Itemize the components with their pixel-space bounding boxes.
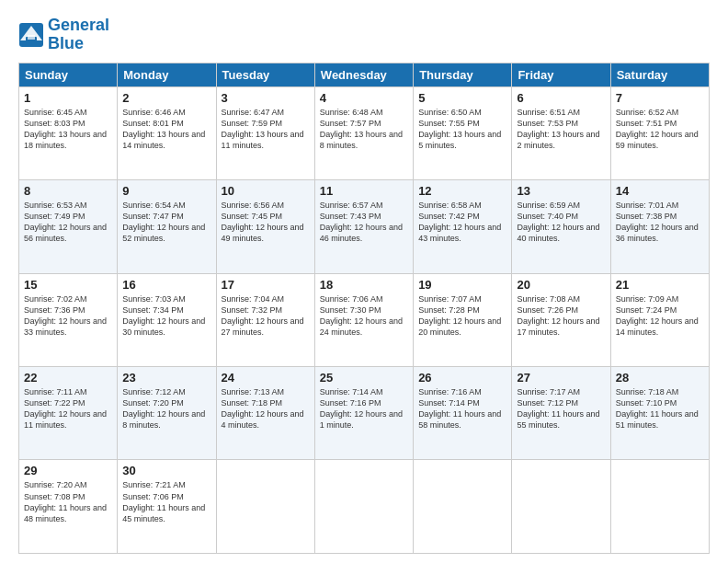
calendar-cell xyxy=(512,460,610,554)
calendar-cell: 22 Sunrise: 7:11 AM Sunset: 7:22 PM Dayl… xyxy=(19,367,118,460)
calendar-cell: 13 Sunrise: 6:59 AM Sunset: 7:40 PM Dayl… xyxy=(512,180,610,273)
calendar-cell: 16 Sunrise: 7:03 AM Sunset: 7:34 PM Dayl… xyxy=(118,273,216,366)
cell-content: Sunrise: 6:46 AM Sunset: 8:01 PM Dayligh… xyxy=(122,107,210,152)
cell-content: Sunrise: 6:59 AM Sunset: 7:40 PM Dayligh… xyxy=(517,200,605,245)
day-number: 28 xyxy=(616,371,704,385)
day-number: 25 xyxy=(320,371,408,385)
calendar-row-4: 22 Sunrise: 7:11 AM Sunset: 7:22 PM Dayl… xyxy=(19,367,710,460)
header-cell-sunday: Sunday xyxy=(19,63,118,86)
calendar-cell: 24 Sunrise: 7:13 AM Sunset: 7:18 PM Dayl… xyxy=(216,367,314,460)
calendar-cell xyxy=(414,460,512,554)
cell-content: Sunrise: 6:52 AM Sunset: 7:51 PM Dayligh… xyxy=(616,107,704,152)
cell-content: Sunrise: 7:16 AM Sunset: 7:14 PM Dayligh… xyxy=(418,386,506,431)
calendar-cell: 30 Sunrise: 7:21 AM Sunset: 7:06 PM Dayl… xyxy=(118,460,216,554)
calendar-row-5: 29 Sunrise: 7:20 AM Sunset: 7:08 PM Dayl… xyxy=(19,460,710,554)
day-number: 21 xyxy=(616,278,704,292)
calendar-cell: 4 Sunrise: 6:48 AM Sunset: 7:57 PM Dayli… xyxy=(314,86,413,179)
calendar-cell: 12 Sunrise: 6:58 AM Sunset: 7:42 PM Dayl… xyxy=(414,180,512,273)
cell-content: Sunrise: 7:12 AM Sunset: 7:20 PM Dayligh… xyxy=(122,386,210,431)
calendar-header-row: SundayMondayTuesdayWednesdayThursdayFrid… xyxy=(19,63,710,86)
cell-content: Sunrise: 7:18 AM Sunset: 7:10 PM Dayligh… xyxy=(616,386,704,431)
day-number: 27 xyxy=(517,371,605,385)
header-cell-monday: Monday xyxy=(118,63,216,86)
cell-content: Sunrise: 6:56 AM Sunset: 7:45 PM Dayligh… xyxy=(222,200,310,245)
calendar-cell: 29 Sunrise: 7:20 AM Sunset: 7:08 PM Dayl… xyxy=(19,460,118,554)
cell-content: Sunrise: 7:08 AM Sunset: 7:26 PM Dayligh… xyxy=(517,293,605,339)
day-number: 12 xyxy=(418,184,506,198)
calendar-cell xyxy=(216,460,314,554)
day-number: 6 xyxy=(517,91,605,105)
calendar-cell: 7 Sunrise: 6:52 AM Sunset: 7:51 PM Dayli… xyxy=(610,86,709,179)
calendar-cell: 5 Sunrise: 6:50 AM Sunset: 7:55 PM Dayli… xyxy=(414,86,512,179)
calendar-cell: 3 Sunrise: 6:47 AM Sunset: 7:59 PM Dayli… xyxy=(216,86,314,179)
cell-content: Sunrise: 6:57 AM Sunset: 7:43 PM Dayligh… xyxy=(320,200,408,245)
header-cell-tuesday: Tuesday xyxy=(216,63,314,86)
header-cell-thursday: Thursday xyxy=(414,63,512,86)
calendar-cell: 27 Sunrise: 7:17 AM Sunset: 7:12 PM Dayl… xyxy=(512,367,610,460)
calendar-table: SundayMondayTuesdayWednesdayThursdayFrid… xyxy=(18,63,710,554)
day-number: 5 xyxy=(418,91,506,105)
calendar-row-1: 1 Sunrise: 6:45 AM Sunset: 8:03 PM Dayli… xyxy=(19,86,710,179)
cell-content: Sunrise: 7:14 AM Sunset: 7:16 PM Dayligh… xyxy=(320,386,408,431)
day-number: 23 xyxy=(122,371,210,385)
day-number: 3 xyxy=(222,91,310,105)
day-number: 20 xyxy=(517,278,605,292)
cell-content: Sunrise: 6:48 AM Sunset: 7:57 PM Dayligh… xyxy=(320,107,408,152)
day-number: 11 xyxy=(320,184,408,198)
svg-rect-3 xyxy=(28,35,35,40)
cell-content: Sunrise: 7:02 AM Sunset: 7:36 PM Dayligh… xyxy=(24,293,112,339)
cell-content: Sunrise: 7:06 AM Sunset: 7:30 PM Dayligh… xyxy=(320,293,408,339)
cell-content: Sunrise: 6:53 AM Sunset: 7:49 PM Dayligh… xyxy=(24,200,112,245)
calendar-cell: 21 Sunrise: 7:09 AM Sunset: 7:24 PM Dayl… xyxy=(610,273,709,366)
cell-content: Sunrise: 6:47 AM Sunset: 7:59 PM Dayligh… xyxy=(222,107,310,152)
calendar-cell: 15 Sunrise: 7:02 AM Sunset: 7:36 PM Dayl… xyxy=(19,273,118,366)
day-number: 18 xyxy=(320,278,408,292)
calendar-cell: 11 Sunrise: 6:57 AM Sunset: 7:43 PM Dayl… xyxy=(314,180,413,273)
calendar-cell: 8 Sunrise: 6:53 AM Sunset: 7:49 PM Dayli… xyxy=(19,180,118,273)
day-number: 24 xyxy=(222,371,310,385)
day-number: 8 xyxy=(24,184,112,198)
calendar-cell: 28 Sunrise: 7:18 AM Sunset: 7:10 PM Dayl… xyxy=(610,367,709,460)
day-number: 9 xyxy=(122,184,210,198)
day-number: 22 xyxy=(24,371,112,385)
logo-icon xyxy=(18,22,44,48)
logo: General Blue xyxy=(18,17,109,53)
cell-content: Sunrise: 7:01 AM Sunset: 7:38 PM Dayligh… xyxy=(616,200,704,245)
day-number: 15 xyxy=(24,278,112,292)
cell-content: Sunrise: 7:11 AM Sunset: 7:22 PM Dayligh… xyxy=(24,386,112,431)
day-number: 1 xyxy=(24,91,112,105)
day-number: 17 xyxy=(222,278,310,292)
day-number: 2 xyxy=(122,91,210,105)
calendar-cell: 6 Sunrise: 6:51 AM Sunset: 7:53 PM Dayli… xyxy=(512,86,610,179)
header-cell-friday: Friday xyxy=(512,63,610,86)
day-number: 29 xyxy=(24,464,112,477)
cell-content: Sunrise: 7:04 AM Sunset: 7:32 PM Dayligh… xyxy=(222,293,310,339)
calendar-cell: 20 Sunrise: 7:08 AM Sunset: 7:26 PM Dayl… xyxy=(512,273,610,366)
day-number: 10 xyxy=(222,184,310,198)
calendar-cell xyxy=(610,460,709,554)
cell-content: Sunrise: 6:51 AM Sunset: 7:53 PM Dayligh… xyxy=(517,107,605,152)
calendar-cell: 18 Sunrise: 7:06 AM Sunset: 7:30 PM Dayl… xyxy=(314,273,413,366)
calendar-cell: 14 Sunrise: 7:01 AM Sunset: 7:38 PM Dayl… xyxy=(610,180,709,273)
cell-content: Sunrise: 7:20 AM Sunset: 7:08 PM Dayligh… xyxy=(24,479,112,524)
calendar-cell: 9 Sunrise: 6:54 AM Sunset: 7:47 PM Dayli… xyxy=(118,180,216,273)
calendar-cell xyxy=(314,460,413,554)
header-cell-wednesday: Wednesday xyxy=(314,63,413,86)
cell-content: Sunrise: 6:45 AM Sunset: 8:03 PM Dayligh… xyxy=(24,107,112,152)
top-section: General Blue xyxy=(18,17,710,53)
cell-content: Sunrise: 7:09 AM Sunset: 7:24 PM Dayligh… xyxy=(616,293,704,339)
day-number: 14 xyxy=(616,184,704,198)
calendar-body: 1 Sunrise: 6:45 AM Sunset: 8:03 PM Dayli… xyxy=(19,86,710,553)
calendar-cell: 19 Sunrise: 7:07 AM Sunset: 7:28 PM Dayl… xyxy=(414,273,512,366)
calendar-cell: 10 Sunrise: 6:56 AM Sunset: 7:45 PM Dayl… xyxy=(216,180,314,273)
calendar-cell: 1 Sunrise: 6:45 AM Sunset: 8:03 PM Dayli… xyxy=(19,86,118,179)
cell-content: Sunrise: 7:13 AM Sunset: 7:18 PM Dayligh… xyxy=(222,386,310,431)
header-cell-saturday: Saturday xyxy=(610,63,709,86)
cell-content: Sunrise: 7:07 AM Sunset: 7:28 PM Dayligh… xyxy=(418,293,506,339)
calendar-cell: 25 Sunrise: 7:14 AM Sunset: 7:16 PM Dayl… xyxy=(314,367,413,460)
calendar-cell: 2 Sunrise: 6:46 AM Sunset: 8:01 PM Dayli… xyxy=(118,86,216,179)
cell-content: Sunrise: 6:54 AM Sunset: 7:47 PM Dayligh… xyxy=(122,200,210,245)
day-number: 13 xyxy=(517,184,605,198)
calendar-row-3: 15 Sunrise: 7:02 AM Sunset: 7:36 PM Dayl… xyxy=(19,273,710,366)
cell-content: Sunrise: 6:58 AM Sunset: 7:42 PM Dayligh… xyxy=(418,200,506,245)
